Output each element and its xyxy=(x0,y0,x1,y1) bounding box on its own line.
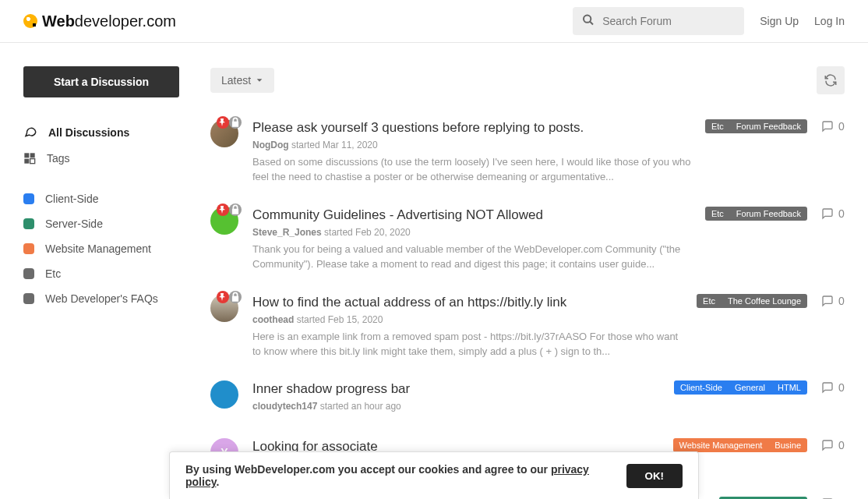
tag-badge[interactable]: Forum Feedback xyxy=(730,119,807,133)
header: Webdeveloper.com Sign Up Log In xyxy=(0,0,868,43)
pin-icon xyxy=(218,118,228,127)
start-discussion-button[interactable]: Start a Discussion xyxy=(23,66,179,97)
avatar[interactable] xyxy=(210,119,238,147)
search-icon xyxy=(582,14,595,29)
chevron-down-icon xyxy=(256,76,263,84)
svg-line-1 xyxy=(590,22,593,25)
discussion-row[interactable]: Inner shadow progress barcloudytech147 s… xyxy=(210,370,845,427)
tag-badge[interactable]: Forum Feedback xyxy=(730,207,807,221)
sidebar-category[interactable]: Server-Side xyxy=(23,211,179,236)
discussion-row[interactable]: Community Guidelines - Advertising NOT A… xyxy=(210,196,845,283)
sidebar-category[interactable]: Client-Side xyxy=(23,186,179,211)
sidebar-category-label: Etc xyxy=(45,267,61,280)
signup-link[interactable]: Sign Up xyxy=(760,15,799,27)
avatar[interactable] xyxy=(210,294,238,322)
discussion-author[interactable]: Steve_R_Jones xyxy=(252,227,322,238)
reply-count-value: 0 xyxy=(838,381,845,394)
tag-badge[interactable]: Website Management xyxy=(673,438,769,452)
discussion-title[interactable]: How to find the actual address of an htt… xyxy=(252,294,683,311)
discussion-row[interactable]: Please ask yourself 3 questions before r… xyxy=(210,108,845,196)
main: Latest Please ask yourself 3 questions b… xyxy=(210,66,845,499)
discussion-body: Inner shadow progress barcloudytech147 s… xyxy=(252,380,660,416)
tag-badge[interactable]: Etc xyxy=(697,294,722,308)
logo-text-bold: Web xyxy=(42,12,75,30)
logo-text-rest: developer.com xyxy=(75,12,176,30)
sidebar-category[interactable]: Etc xyxy=(23,261,179,286)
comment-icon xyxy=(821,207,834,220)
discussion-right: Client-SideGeneralHTML0 xyxy=(674,380,845,395)
discussion-time: started an hour ago xyxy=(317,401,400,412)
sidebar-category[interactable]: Website Management xyxy=(23,236,179,261)
discussion-excerpt: Thank you for being a valued and valuabl… xyxy=(252,242,691,272)
discussion-right: EtcForum Feedback0 xyxy=(705,207,845,221)
comment-icon xyxy=(821,120,834,133)
sidebar-category-label: Web Developer's FAQs xyxy=(45,292,158,305)
sort-button[interactable]: Latest xyxy=(210,68,274,93)
tag-badge[interactable]: The Coffee Lounge xyxy=(722,294,807,308)
discussion-title[interactable]: Community Guidelines - Advertising NOT A… xyxy=(252,207,691,224)
sidebar: Start a Discussion All Discussions Tags … xyxy=(23,66,179,499)
discussion-right: EtcThe Coffee Lounge0 xyxy=(697,294,845,308)
discussion-time: started Feb 20, 2020 xyxy=(322,227,411,238)
logo-icon xyxy=(23,14,37,28)
svg-rect-2 xyxy=(24,153,29,157)
search-input[interactable] xyxy=(573,7,744,35)
comment-icon xyxy=(821,439,834,451)
reply-count-value: 0 xyxy=(838,120,845,133)
reply-count[interactable]: 0 xyxy=(821,295,845,307)
sidebar-category-label: Website Management xyxy=(45,242,151,255)
discussion-body: Community Guidelines - Advertising NOT A… xyxy=(252,207,691,272)
refresh-button[interactable] xyxy=(817,66,845,94)
svg-rect-5 xyxy=(30,159,35,164)
logo[interactable]: Webdeveloper.com xyxy=(23,12,176,30)
discussion-title[interactable]: Inner shadow progress bar xyxy=(252,380,660,398)
sidebar-item-tags[interactable]: Tags xyxy=(23,146,179,171)
discussion-body: How to find the actual address of an htt… xyxy=(252,294,683,359)
sidebar-category-label: Server-Side xyxy=(45,218,103,230)
tag-color-dot xyxy=(23,293,34,304)
discussion-excerpt: Here is an example link from a removed s… xyxy=(252,330,683,359)
reply-count[interactable]: 0 xyxy=(821,207,845,220)
tag-badge[interactable]: Busine xyxy=(768,438,807,452)
tag-badges: EtcThe Coffee Lounge xyxy=(697,294,807,308)
avatar[interactable] xyxy=(210,380,238,409)
reply-count-value: 0 xyxy=(838,207,845,220)
discussion-author[interactable]: cloudytech147 xyxy=(252,401,317,412)
tag-badges: Website ManagementBusine xyxy=(673,438,807,452)
discussion-body: Please ask yourself 3 questions before r… xyxy=(252,119,691,185)
reply-count-value: 0 xyxy=(838,439,845,451)
reply-count[interactable]: 0 xyxy=(821,381,845,394)
lock-icon xyxy=(230,204,241,215)
discussion-row[interactable]: How to find the actual address of an htt… xyxy=(210,283,845,370)
tag-badges: Client-SideGeneralHTML xyxy=(674,380,807,395)
discussion-author[interactable]: coothead xyxy=(252,314,294,325)
discussion-list: Please ask yourself 3 questions before r… xyxy=(210,108,845,499)
tag-color-dot xyxy=(23,193,34,204)
refresh-icon xyxy=(824,73,838,87)
cookie-ok-button[interactable]: OK! xyxy=(626,464,683,488)
tag-badge[interactable]: General xyxy=(729,380,771,395)
sidebar-category[interactable]: Web Developer's FAQs xyxy=(23,286,179,311)
discussion-title[interactable]: Please ask yourself 3 questions before r… xyxy=(252,119,691,136)
tag-color-dot xyxy=(23,218,34,229)
tag-badge[interactable]: Etc xyxy=(705,207,730,221)
reply-count[interactable]: 0 xyxy=(821,439,845,451)
discussion-author[interactable]: NogDog xyxy=(252,140,289,150)
login-link[interactable]: Log In xyxy=(814,15,845,27)
sidebar-item-all-discussions[interactable]: All Discussions xyxy=(23,119,179,146)
avatar[interactable] xyxy=(210,207,238,235)
discussion-meta: Steve_R_Jones started Feb 20, 2020 xyxy=(252,227,691,238)
discussion-right: EtcForum Feedback0 xyxy=(705,119,845,133)
tag-badge[interactable]: PHP xyxy=(777,497,807,499)
reply-count[interactable]: 0 xyxy=(821,120,845,133)
tag-badge[interactable]: HTML xyxy=(771,380,807,395)
tag-badge[interactable]: Server-Side xyxy=(719,497,777,499)
discussion-excerpt: Based on some discussions (to use the te… xyxy=(252,155,691,185)
discussion-time: started Feb 15, 2020 xyxy=(294,314,383,325)
tag-badge[interactable]: Etc xyxy=(705,119,730,133)
tag-badges: Server-SidePHP xyxy=(719,497,807,499)
tag-badges: EtcForum Feedback xyxy=(705,207,807,221)
tag-badge[interactable]: Client-Side xyxy=(674,380,729,395)
cookie-text: By using WebDeveloper.com you accept our… xyxy=(185,463,611,488)
reply-count-value: 0 xyxy=(838,295,845,307)
